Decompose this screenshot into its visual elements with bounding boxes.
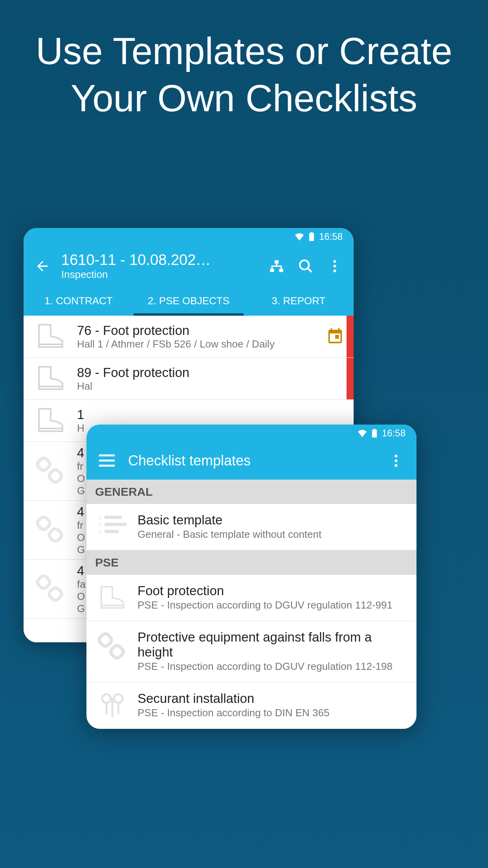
appbar-title: Checklist templates [128, 452, 375, 469]
svg-rect-15 [48, 468, 63, 484]
svg-rect-29 [105, 516, 122, 519]
battery-icon [309, 232, 314, 241]
status-time: 16:58 [382, 428, 405, 439]
list-item[interactable]: 76 - Foot protection Hall 1 / Athmer / F… [24, 316, 354, 358]
template-item[interactable]: Foot protection PSE - Inspection accordi… [86, 575, 416, 621]
template-sub: General - Basic template without content [138, 528, 406, 541]
svg-rect-33 [105, 530, 119, 533]
chain-icon [97, 630, 128, 663]
list-icon: 123 [97, 513, 128, 536]
status-strip-red [347, 358, 354, 399]
appbar: 1610-11 - 10.08.202… Inspection [24, 245, 354, 286]
status-strip-red [347, 316, 354, 357]
chain-icon [33, 515, 68, 546]
svg-point-27 [395, 464, 398, 467]
svg-rect-35 [109, 644, 125, 660]
boot-icon [33, 323, 68, 350]
item-title: 1 [77, 407, 344, 422]
chain-icon [33, 574, 68, 605]
svg-point-25 [395, 455, 398, 458]
svg-rect-2 [275, 260, 279, 263]
item-title: 76 - Foot protection [77, 323, 317, 338]
back-button[interactable] [32, 256, 53, 276]
list-item[interactable]: 89 - Foot protection Hal [24, 358, 354, 400]
svg-point-11 [334, 260, 336, 263]
svg-rect-19 [48, 586, 63, 602]
template-sub: PSE - Inspection according to DGUV regul… [138, 598, 406, 612]
svg-rect-3 [270, 269, 274, 272]
tab-contract[interactable]: 1. CONTRACT [24, 286, 134, 316]
section-header-general: GENERAL [86, 480, 416, 504]
svg-rect-24 [99, 465, 115, 467]
svg-rect-20 [372, 430, 377, 438]
template-sub: PSE - Inspection according to DIN EN 365 [138, 706, 406, 720]
boot-icon [97, 583, 128, 611]
svg-text:1: 1 [98, 515, 101, 521]
status-bar: 16:58 [86, 425, 416, 442]
svg-text:2: 2 [98, 522, 101, 528]
template-item[interactable]: Protective equipment against falls from … [86, 621, 416, 682]
svg-point-9 [300, 260, 309, 269]
appbar-title: 1610-11 - 10.08.202… [61, 252, 258, 268]
item-title: 89 - Foot protection [77, 365, 344, 380]
svg-point-12 [334, 265, 336, 268]
svg-line-10 [308, 268, 312, 272]
appbar-subtitle: Inspection [61, 268, 258, 281]
wifi-icon [358, 429, 367, 437]
template-title: Basic template [138, 513, 406, 528]
svg-rect-16 [36, 515, 51, 531]
svg-rect-31 [105, 523, 127, 526]
svg-rect-8 [281, 267, 282, 269]
calendar-icon [326, 327, 344, 346]
boot-icon [33, 407, 68, 434]
svg-point-36 [102, 694, 111, 703]
template-item[interactable]: Securant installation PSE - Inspection a… [86, 682, 416, 729]
template-title: Foot protection [138, 583, 406, 598]
svg-rect-22 [99, 454, 115, 456]
battery-icon [372, 429, 377, 438]
svg-rect-6 [272, 265, 282, 267]
svg-rect-18 [36, 574, 51, 590]
template-sub: PSE - Inspection according to DGUV regul… [138, 660, 406, 673]
template-title: Protective equipment against falls from … [138, 630, 406, 660]
search-button[interactable] [295, 256, 316, 276]
tab-pse-objects[interactable]: 2. PSE OBJECTS [134, 286, 244, 316]
svg-rect-4 [279, 269, 283, 272]
svg-point-37 [114, 694, 123, 703]
more-button[interactable] [386, 451, 406, 471]
svg-rect-23 [99, 460, 115, 462]
tabs: 1. CONTRACT 2. PSE OBJECTS 3. REPORT [24, 286, 354, 316]
item-sub: Hal [77, 380, 344, 392]
phone-front: 16:58 Checklist templates GENERAL 123 Ba… [86, 425, 416, 729]
section-header-pse: PSE [86, 550, 416, 575]
tab-report[interactable]: 3. REPORT [244, 286, 354, 316]
anchor-icon [97, 691, 128, 720]
menu-button[interactable] [97, 451, 117, 471]
chain-icon [33, 456, 68, 487]
boot-icon [33, 365, 68, 392]
appbar: Checklist templates [86, 442, 416, 480]
svg-rect-7 [272, 267, 273, 269]
status-time: 16:58 [319, 231, 343, 242]
status-bar: 16:58 [24, 228, 354, 245]
svg-rect-0 [309, 233, 314, 241]
svg-rect-21 [373, 429, 376, 430]
svg-point-13 [334, 270, 336, 272]
template-title: Securant installation [138, 691, 406, 706]
svg-text:3: 3 [98, 529, 101, 535]
wifi-icon [295, 233, 304, 241]
svg-rect-17 [48, 527, 63, 543]
template-item[interactable]: 123 Basic template General - Basic templ… [86, 504, 416, 550]
svg-point-26 [395, 460, 398, 462]
item-sub: Hall 1 / Athmer / FSb 526 / Low shoe / D… [77, 338, 317, 350]
svg-rect-34 [97, 632, 113, 648]
svg-rect-1 [310, 232, 313, 233]
svg-rect-14 [36, 456, 51, 472]
hierarchy-button[interactable] [266, 256, 287, 276]
more-button[interactable] [325, 256, 345, 276]
promo-title: Use Templates or Create Your Own Checkli… [0, 0, 488, 122]
